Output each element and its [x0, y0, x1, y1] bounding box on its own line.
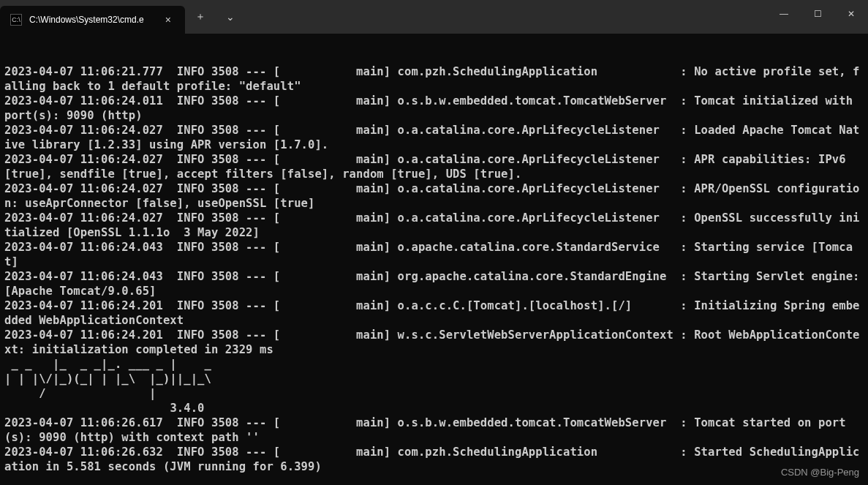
tab-dropdown-button[interactable]: ⌄ [216, 0, 245, 34]
close-window-button[interactable]: ✕ [834, 0, 868, 28]
watermark: CSDN @Big-Peng [781, 467, 859, 478]
active-tab[interactable]: C:\ C:\Windows\System32\cmd.e × [0, 6, 185, 34]
close-tab-button[interactable]: × [162, 14, 175, 26]
cmd-icon: C:\ [10, 14, 22, 26]
window-controls: — ☐ ✕ [767, 0, 868, 28]
tab-title: C:\Windows\System32\cmd.e [29, 15, 144, 25]
terminal-window: C:\ C:\Windows\System32\cmd.e × ＋ ⌄ — ☐ … [0, 0, 868, 485]
minimize-button[interactable]: — [767, 0, 801, 28]
log-text: 2023-04-07 11:06:21.777 INFO 3508 --- [ … [4, 64, 864, 485]
terminal-output[interactable]: 2023-04-07 11:06:21.777 INFO 3508 --- [ … [0, 34, 868, 485]
titlebar: C:\ C:\Windows\System32\cmd.e × ＋ ⌄ — ☐ … [0, 0, 868, 34]
new-tab-button[interactable]: ＋ [185, 0, 216, 34]
maximize-button[interactable]: ☐ [801, 0, 834, 28]
